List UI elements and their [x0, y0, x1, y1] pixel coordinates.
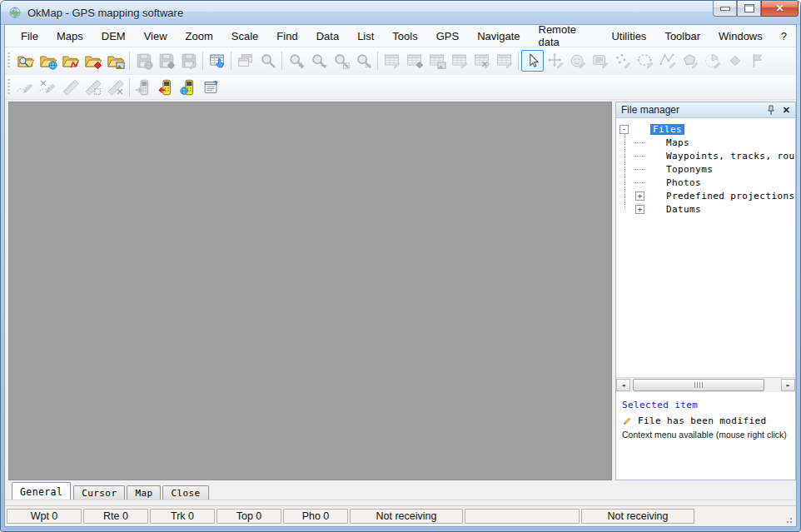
status-toponyms: Top 0: [216, 509, 281, 524]
title-bar[interactable]: OkMap - GPS mapping software ✕: [1, 1, 800, 25]
tree-item-photos[interactable]: Photos: [616, 176, 795, 189]
table-waypoints-button[interactable]: [403, 50, 425, 72]
save-map-button[interactable]: [132, 50, 155, 72]
menu-scale[interactable]: Scale: [222, 27, 268, 46]
tree-label-files[interactable]: Files: [650, 124, 684, 135]
duplicate-window-button[interactable]: [234, 50, 256, 72]
zoom-in-button[interactable]: [285, 50, 307, 72]
ruler-area-button[interactable]: [82, 77, 104, 98]
scrollbar-thumb[interactable]: [633, 379, 764, 391]
open-waypoints-button[interactable]: [82, 50, 104, 72]
pin-icon[interactable]: [766, 105, 776, 116]
gps-realtime-button[interactable]: [177, 77, 200, 98]
menu-list[interactable]: List: [348, 27, 383, 46]
tab-close[interactable]: Close: [162, 485, 208, 500]
delete-track-button[interactable]: [37, 77, 59, 98]
tree-stub: [635, 142, 644, 143]
draw-track-button[interactable]: [14, 77, 37, 98]
menu-data[interactable]: Data: [307, 27, 348, 46]
ruler-delete-button[interactable]: [104, 77, 127, 98]
select-waypoints-grid-button[interactable]: [206, 50, 228, 72]
close-icon: ✕: [775, 2, 784, 14]
collapse-icon[interactable]: -: [619, 125, 629, 134]
panel-close-icon[interactable]: ✕: [781, 105, 792, 116]
tree-horizontal-scrollbar: ◄ ►: [616, 377, 795, 392]
table-routes-button[interactable]: [493, 50, 515, 72]
menu-maps[interactable]: Maps: [47, 27, 92, 46]
magnifier-window-button[interactable]: [256, 50, 279, 72]
new-waypoint-button[interactable]: [724, 50, 746, 72]
tree-label-toponyms[interactable]: Toponyms: [666, 164, 713, 175]
scroll-right-arrow[interactable]: ►: [781, 379, 795, 391]
properties-button[interactable]: [200, 77, 222, 98]
select-tool-button[interactable]: [521, 50, 544, 72]
menu-help[interactable]: ?: [772, 27, 796, 46]
edit-polygon-button[interactable]: [679, 50, 701, 72]
table-tracks-button[interactable]: [448, 50, 470, 72]
menu-view[interactable]: View: [135, 27, 177, 46]
edit-arc-button[interactable]: [701, 50, 724, 72]
minimize-button[interactable]: [713, 1, 737, 17]
gps-send-button[interactable]: [132, 77, 155, 98]
toolbar-grip[interactable]: [7, 52, 10, 69]
toolbar-grip[interactable]: [7, 79, 10, 96]
menu-file[interactable]: File: [12, 27, 47, 46]
table-photos-button[interactable]: [425, 50, 448, 72]
menu-windows[interactable]: Windows: [709, 27, 772, 46]
app-window: OkMap - GPS mapping software ✕ File Maps…: [0, 0, 801, 532]
menu-navigate[interactable]: Navigate: [468, 27, 529, 46]
zoom-out-button[interactable]: [307, 50, 330, 72]
save-waypoints-button[interactable]: [155, 50, 177, 72]
tree-label-waypoints[interactable]: Waypoints, tracks, routes: [666, 151, 795, 162]
save-tracks-button[interactable]: [177, 50, 200, 72]
scroll-left-arrow[interactable]: ◄: [616, 379, 630, 391]
maximize-button[interactable]: [737, 1, 761, 17]
tab-cursor[interactable]: Cursor: [73, 485, 125, 500]
menu-find[interactable]: Find: [267, 27, 306, 46]
menu-tools[interactable]: Tools: [383, 27, 426, 46]
tree-item-waypoints-tracks-routes[interactable]: Waypoints, tracks, routes: [616, 149, 795, 162]
tree-item-toponyms[interactable]: Toponyms: [616, 162, 795, 176]
menu-toolbar[interactable]: Toolbar: [655, 27, 709, 46]
tab-map[interactable]: Map: [127, 485, 161, 500]
tree-label-maps[interactable]: Maps: [666, 137, 689, 148]
map-canvas[interactable]: [8, 102, 612, 480]
open-tracks-button[interactable]: [59, 50, 82, 72]
ruler-distance-button[interactable]: [59, 77, 82, 98]
menu-zoom[interactable]: Zoom: [177, 27, 222, 46]
client-area: File Maps DEM View Zoom Scale Find Data …: [4, 24, 797, 527]
expand-icon[interactable]: +: [635, 191, 644, 201]
move-point-button[interactable]: [544, 50, 566, 72]
tree-label-projections[interactable]: Predefined projections: [666, 191, 795, 201]
tab-general[interactable]: General: [12, 482, 71, 500]
open-project-button[interactable]: [14, 50, 37, 72]
menu-dem[interactable]: DEM: [92, 27, 135, 46]
edit-polyline-button[interactable]: [656, 50, 679, 72]
scrollbar-track[interactable]: [631, 379, 780, 391]
menu-gps[interactable]: GPS: [427, 27, 468, 46]
open-map-button[interactable]: [37, 50, 59, 72]
zoom-window-button[interactable]: [330, 50, 352, 72]
menu-utilities[interactable]: Utilities: [602, 27, 655, 46]
file-manager-header: File manager ✕: [616, 102, 795, 118]
table-delete-button[interactable]: [470, 50, 493, 72]
edit-ellipse-button[interactable]: [634, 50, 656, 72]
tree-item-datums[interactable]: + Datums: [616, 202, 795, 216]
gps-receive-button[interactable]: [155, 77, 177, 98]
tree-item-maps[interactable]: Maps: [616, 136, 795, 149]
expand-icon[interactable]: +: [635, 205, 644, 214]
open-photos-button[interactable]: [104, 50, 127, 72]
new-route-flag-button[interactable]: [746, 50, 769, 72]
edit-waypoint-button[interactable]: [566, 50, 589, 72]
tree-item-files[interactable]: - Files: [616, 122, 795, 136]
resize-grip[interactable]: [784, 515, 793, 524]
tree-label-datums[interactable]: Datums: [666, 204, 701, 215]
toolbar-separator: [518, 52, 519, 70]
close-button[interactable]: ✕: [761, 1, 799, 17]
edit-toponym-button[interactable]: [589, 50, 611, 72]
edit-multipoint-button[interactable]: [611, 50, 634, 72]
zoom-actual-size-button[interactable]: [352, 50, 375, 72]
tree-item-predefined-projections[interactable]: + Predefined projections: [616, 189, 795, 202]
tree-label-photos[interactable]: Photos: [666, 177, 701, 188]
table-edit-button[interactable]: [381, 50, 403, 72]
